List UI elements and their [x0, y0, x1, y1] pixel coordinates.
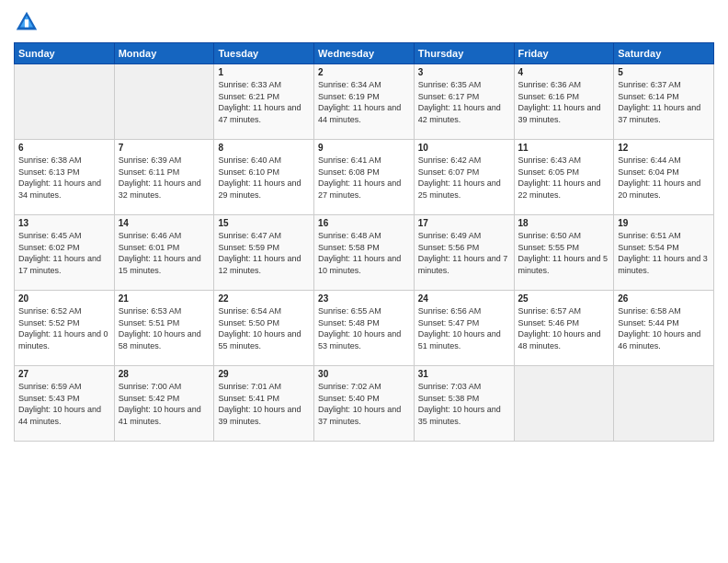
- day-cell: 1Sunrise: 6:33 AM Sunset: 6:21 PM Daylig…: [214, 64, 314, 140]
- day-info: Sunrise: 6:56 AM Sunset: 5:47 PM Dayligh…: [418, 305, 510, 351]
- day-info: Sunrise: 6:33 AM Sunset: 6:21 PM Dayligh…: [218, 79, 310, 125]
- week-row-2: 6Sunrise: 6:38 AM Sunset: 6:13 PM Daylig…: [15, 140, 714, 215]
- day-cell: 11Sunrise: 6:43 AM Sunset: 6:05 PM Dayli…: [514, 140, 614, 215]
- day-info: Sunrise: 6:47 AM Sunset: 5:59 PM Dayligh…: [218, 230, 310, 276]
- day-info: Sunrise: 6:55 AM Sunset: 5:48 PM Dayligh…: [318, 305, 410, 351]
- day-number: 13: [18, 218, 110, 228]
- day-cell: 6Sunrise: 6:38 AM Sunset: 6:13 PM Daylig…: [15, 140, 115, 215]
- day-cell: 14Sunrise: 6:46 AM Sunset: 6:01 PM Dayli…: [114, 215, 214, 291]
- day-number: 3: [418, 67, 510, 77]
- day-info: Sunrise: 6:36 AM Sunset: 6:16 PM Dayligh…: [518, 79, 610, 125]
- day-number: 9: [318, 143, 410, 153]
- day-number: 4: [518, 67, 610, 77]
- day-info: Sunrise: 6:58 AM Sunset: 5:44 PM Dayligh…: [618, 305, 710, 351]
- day-info: Sunrise: 6:50 AM Sunset: 5:55 PM Dayligh…: [518, 230, 610, 276]
- day-cell: 19Sunrise: 6:51 AM Sunset: 5:54 PM Dayli…: [614, 215, 714, 291]
- day-cell: 31Sunrise: 7:03 AM Sunset: 5:38 PM Dayli…: [414, 366, 514, 442]
- day-info: Sunrise: 6:40 AM Sunset: 6:10 PM Dayligh…: [218, 155, 310, 201]
- day-number: 7: [119, 143, 210, 153]
- col-header-saturday: Saturday: [614, 43, 714, 64]
- week-row-4: 20Sunrise: 6:52 AM Sunset: 5:52 PM Dayli…: [15, 291, 714, 366]
- day-cell: [614, 366, 714, 442]
- col-header-friday: Friday: [514, 43, 614, 64]
- day-cell: 28Sunrise: 7:00 AM Sunset: 5:42 PM Dayli…: [114, 366, 214, 442]
- day-cell: 20Sunrise: 6:52 AM Sunset: 5:52 PM Dayli…: [15, 291, 115, 366]
- col-header-tuesday: Tuesday: [214, 43, 314, 64]
- col-header-wednesday: Wednesday: [314, 43, 415, 64]
- day-cell: 16Sunrise: 6:48 AM Sunset: 5:58 PM Dayli…: [314, 215, 415, 291]
- col-header-thursday: Thursday: [414, 43, 514, 64]
- col-header-sunday: Sunday: [15, 43, 115, 64]
- day-info: Sunrise: 6:45 AM Sunset: 6:02 PM Dayligh…: [18, 230, 110, 276]
- header-row: SundayMondayTuesdayWednesdayThursdayFrid…: [15, 43, 714, 64]
- day-info: Sunrise: 7:01 AM Sunset: 5:41 PM Dayligh…: [218, 381, 310, 427]
- day-number: 25: [518, 293, 610, 304]
- day-info: Sunrise: 6:46 AM Sunset: 6:01 PM Dayligh…: [119, 230, 210, 276]
- day-cell: 17Sunrise: 6:49 AM Sunset: 5:56 PM Dayli…: [414, 215, 514, 291]
- week-row-3: 13Sunrise: 6:45 AM Sunset: 6:02 PM Dayli…: [15, 215, 714, 291]
- day-cell: 12Sunrise: 6:44 AM Sunset: 6:04 PM Dayli…: [614, 140, 714, 215]
- day-cell: 5Sunrise: 6:37 AM Sunset: 6:14 PM Daylig…: [614, 64, 714, 140]
- day-info: Sunrise: 6:54 AM Sunset: 5:50 PM Dayligh…: [218, 305, 310, 351]
- day-info: Sunrise: 6:53 AM Sunset: 5:51 PM Dayligh…: [119, 305, 210, 351]
- header: [14, 9, 714, 35]
- week-row-1: 1Sunrise: 6:33 AM Sunset: 6:21 PM Daylig…: [15, 64, 714, 140]
- day-info: Sunrise: 6:52 AM Sunset: 5:52 PM Dayligh…: [18, 305, 110, 351]
- calendar-table: SundayMondayTuesdayWednesdayThursdayFrid…: [14, 42, 714, 442]
- day-cell: 3Sunrise: 6:35 AM Sunset: 6:17 PM Daylig…: [414, 64, 514, 140]
- day-cell: 29Sunrise: 7:01 AM Sunset: 5:41 PM Dayli…: [214, 366, 314, 442]
- day-number: 2: [318, 67, 410, 77]
- day-info: Sunrise: 6:44 AM Sunset: 6:04 PM Dayligh…: [618, 155, 710, 201]
- day-number: 31: [418, 369, 510, 379]
- col-header-monday: Monday: [114, 43, 214, 64]
- day-info: Sunrise: 6:34 AM Sunset: 6:19 PM Dayligh…: [318, 79, 410, 125]
- day-cell: [114, 64, 214, 140]
- day-number: 16: [318, 218, 410, 228]
- day-number: 24: [418, 293, 510, 304]
- day-info: Sunrise: 6:49 AM Sunset: 5:56 PM Dayligh…: [418, 230, 510, 276]
- day-number: 17: [418, 218, 510, 228]
- svg-rect-2: [25, 19, 28, 27]
- day-cell: 7Sunrise: 6:39 AM Sunset: 6:11 PM Daylig…: [114, 140, 214, 215]
- logo: [14, 9, 43, 35]
- day-number: 28: [119, 369, 210, 379]
- day-cell: 27Sunrise: 6:59 AM Sunset: 5:43 PM Dayli…: [15, 366, 115, 442]
- day-info: Sunrise: 6:43 AM Sunset: 6:05 PM Dayligh…: [518, 155, 610, 201]
- day-number: 20: [18, 293, 110, 304]
- day-info: Sunrise: 6:39 AM Sunset: 6:11 PM Dayligh…: [119, 155, 210, 201]
- day-cell: 10Sunrise: 6:42 AM Sunset: 6:07 PM Dayli…: [414, 140, 514, 215]
- week-row-5: 27Sunrise: 6:59 AM Sunset: 5:43 PM Dayli…: [15, 366, 714, 442]
- day-number: 15: [218, 218, 310, 228]
- day-cell: [15, 64, 115, 140]
- day-number: 27: [18, 369, 110, 379]
- day-number: 10: [418, 143, 510, 153]
- day-number: 11: [518, 143, 610, 153]
- day-cell: 22Sunrise: 6:54 AM Sunset: 5:50 PM Dayli…: [214, 291, 314, 366]
- day-info: Sunrise: 7:00 AM Sunset: 5:42 PM Dayligh…: [119, 381, 210, 427]
- day-number: 5: [618, 67, 710, 77]
- day-info: Sunrise: 6:57 AM Sunset: 5:46 PM Dayligh…: [518, 305, 610, 351]
- day-number: 30: [318, 369, 410, 379]
- day-info: Sunrise: 7:02 AM Sunset: 5:40 PM Dayligh…: [318, 381, 410, 427]
- day-cell: 30Sunrise: 7:02 AM Sunset: 5:40 PM Dayli…: [314, 366, 415, 442]
- day-number: 14: [119, 218, 210, 228]
- day-number: 1: [218, 67, 310, 77]
- day-number: 18: [518, 218, 610, 228]
- day-cell: 18Sunrise: 6:50 AM Sunset: 5:55 PM Dayli…: [514, 215, 614, 291]
- day-number: 23: [318, 293, 410, 304]
- page: SundayMondayTuesdayWednesdayThursdayFrid…: [0, 0, 728, 563]
- day-cell: 8Sunrise: 6:40 AM Sunset: 6:10 PM Daylig…: [214, 140, 314, 215]
- day-info: Sunrise: 6:38 AM Sunset: 6:13 PM Dayligh…: [18, 155, 110, 201]
- day-cell: 21Sunrise: 6:53 AM Sunset: 5:51 PM Dayli…: [114, 291, 214, 366]
- day-number: 8: [218, 143, 310, 153]
- day-info: Sunrise: 6:59 AM Sunset: 5:43 PM Dayligh…: [18, 381, 110, 427]
- day-number: 22: [218, 293, 310, 304]
- day-number: 19: [618, 218, 710, 228]
- day-number: 26: [618, 293, 710, 304]
- day-cell: 4Sunrise: 6:36 AM Sunset: 6:16 PM Daylig…: [514, 64, 614, 140]
- day-cell: 23Sunrise: 6:55 AM Sunset: 5:48 PM Dayli…: [314, 291, 415, 366]
- day-info: Sunrise: 7:03 AM Sunset: 5:38 PM Dayligh…: [418, 381, 510, 427]
- day-cell: 2Sunrise: 6:34 AM Sunset: 6:19 PM Daylig…: [314, 64, 415, 140]
- day-number: 29: [218, 369, 310, 379]
- day-number: 6: [18, 143, 110, 153]
